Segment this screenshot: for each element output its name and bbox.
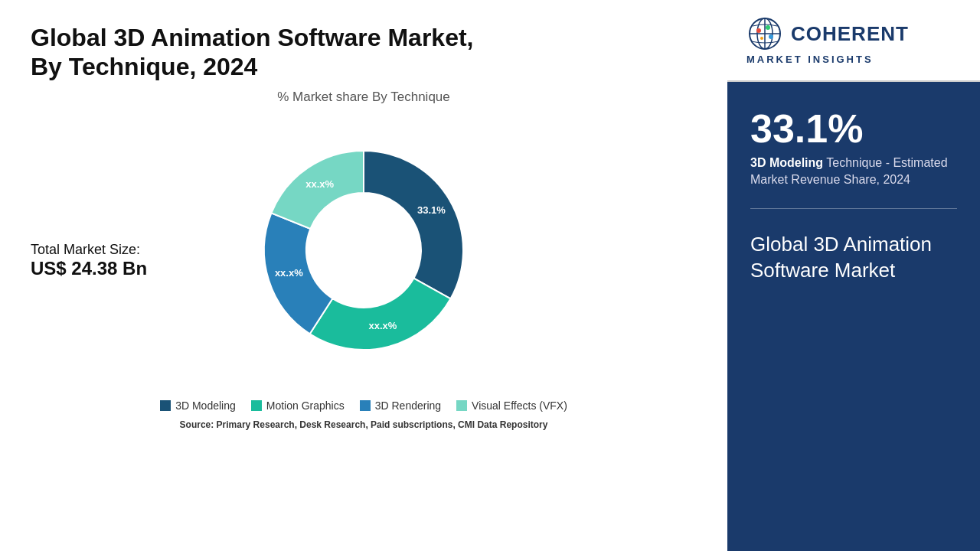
legend-color-box (251, 400, 262, 411)
legend-color-box (360, 400, 371, 411)
svg-point-13 (760, 37, 763, 40)
logo-name: COHERENT (791, 22, 909, 46)
highlight-desc: 3D Modeling Technique - Estimated Market… (750, 155, 957, 189)
logo-subtitle: MARKET INSIGHTS (746, 54, 874, 65)
source-content: Primary Research, Desk Research, Paid su… (217, 419, 548, 430)
svg-text:33.1%: 33.1% (417, 204, 446, 215)
sidebar: COHERENT MARKET INSIGHTS 33.1% 3D Modeli… (727, 0, 980, 551)
svg-point-12 (769, 34, 773, 39)
chart-subtitle: % Market share By Technique (277, 90, 450, 105)
legend-label: 3D Rendering (375, 399, 441, 412)
highlight-percent: 33.1% (750, 109, 957, 148)
legend-item: Visual Effects (VFX) (456, 399, 567, 412)
source-text: Source: Primary Research, Desk Research,… (180, 419, 548, 430)
chart-wrapper: 33.1%xx.x%xx.x%xx.x% (211, 112, 517, 388)
legend-item: 3D Modeling (160, 399, 236, 412)
legend-color-box (160, 400, 171, 411)
globe-icon (746, 15, 783, 52)
legend-label: Motion Graphics (266, 399, 345, 412)
donut-chart: 33.1%xx.x%xx.x%xx.x% (226, 112, 501, 388)
svg-point-5 (306, 193, 421, 308)
svg-text:xx.x%: xx.x% (368, 320, 397, 331)
svg-text:xx.x%: xx.x% (305, 178, 334, 190)
svg-text:xx.x%: xx.x% (275, 267, 303, 279)
page-title: Global 3D Animation Software Market, By … (31, 23, 490, 82)
legend-color-box (456, 400, 467, 411)
main-content: Global 3D Animation Software Market, By … (0, 0, 727, 551)
market-title: Global 3D Animation Software Market (750, 232, 957, 284)
highlight-box: 33.1% 3D Modeling Technique - Estimated … (750, 109, 957, 209)
legend-label: Visual Effects (VFX) (472, 399, 567, 412)
highlight-desc-bold: 3D Modeling (750, 156, 823, 169)
legend: 3D ModelingMotion Graphics3D RenderingVi… (160, 399, 567, 412)
source-prefix: Source: (180, 419, 214, 430)
sidebar-logo: COHERENT MARKET INSIGHTS (727, 0, 980, 82)
svg-point-10 (756, 28, 761, 33)
legend-item: Motion Graphics (251, 399, 345, 412)
sidebar-content: 33.1% 3D Modeling Technique - Estimated … (727, 82, 980, 551)
chart-section: % Market share By Technique 33.1%xx.x%xx… (31, 90, 697, 536)
legend-label: 3D Modeling (175, 399, 236, 412)
legend-item: 3D Rendering (360, 399, 441, 412)
svg-point-11 (766, 25, 770, 30)
